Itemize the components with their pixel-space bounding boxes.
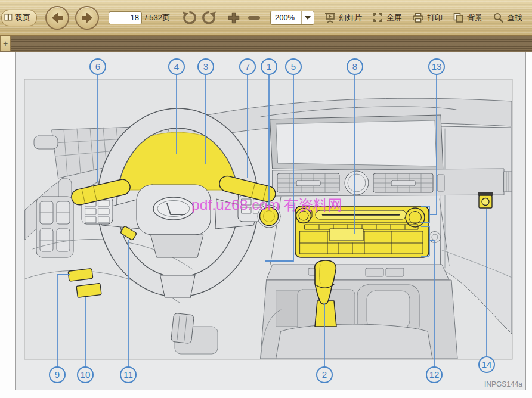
vehicle-dashboard-diagram: pdf.uz68.com 有资料网 INPGS144a 643715813910… — [16, 52, 525, 390]
background-layers-icon — [453, 12, 464, 23]
armrest — [276, 324, 432, 359]
callout-number-12: 12 — [429, 369, 440, 380]
audio-right-knob — [406, 208, 425, 227]
new-tab-button[interactable]: + — [0, 36, 11, 51]
fullscreen-label: 全屏 — [386, 13, 402, 23]
callout-number-7: 7 — [245, 61, 250, 71]
double-page-icon — [4, 13, 13, 22]
slideshow-label: 幻灯片 — [339, 13, 362, 23]
print-icon — [412, 12, 424, 23]
analog-clock — [345, 171, 369, 195]
callout-number-13: 13 — [432, 61, 442, 71]
callout-number-14: 14 — [482, 359, 492, 369]
callout-number-2: 2 — [322, 369, 327, 380]
callout-number-10: 10 — [81, 369, 91, 380]
callout-number-5: 5 — [291, 61, 296, 71]
plus-icon — [227, 11, 240, 24]
accelerator-pedal — [171, 313, 194, 343]
arrow-right-icon — [80, 11, 94, 24]
toolbar: 双页 / 532页 — [0, 0, 532, 36]
steering-column — [151, 235, 203, 257]
page-total-label: / 532页 — [145, 13, 170, 23]
zoom-level-value: 200% — [271, 13, 301, 22]
document-area: pdf.uz68.com 有资料网 INPGS144a 643715813910… — [0, 52, 532, 398]
background-button[interactable]: 背景 — [453, 12, 482, 23]
chevron-down-icon — [302, 16, 314, 20]
find-label: 查找 — [507, 13, 522, 23]
fullscreen-button[interactable]: 全屏 — [372, 12, 402, 23]
callout-number-11: 11 — [123, 369, 133, 380]
audio-unit — [295, 206, 429, 257]
find-button[interactable]: 查找 — [493, 12, 522, 23]
print-button[interactable]: 打印 — [412, 12, 443, 23]
double-page-label: 双页 — [15, 13, 30, 23]
rotate-clockwise-button[interactable] — [202, 10, 218, 26]
callout-number-9: 9 — [55, 369, 60, 380]
slideshow-button[interactable]: 幻灯片 — [324, 12, 362, 23]
background-label: 背景 — [467, 13, 482, 23]
window-switch-panel — [36, 197, 73, 257]
previous-page-button[interactable] — [45, 6, 69, 30]
zoom-in-button[interactable] — [227, 11, 240, 24]
center-console — [261, 265, 457, 359]
zoom-level-select[interactable]: 200% — [270, 11, 314, 25]
next-page-button[interactable] — [75, 6, 99, 30]
double-page-button[interactable]: 双页 — [1, 10, 37, 26]
zoom-out-button[interactable] — [248, 15, 261, 21]
passenger-switch — [478, 192, 493, 208]
print-label: 打印 — [427, 13, 443, 23]
fullscreen-icon — [372, 12, 383, 23]
figure-code: INPGS144a — [484, 380, 522, 388]
rotate-ccw-icon — [181, 10, 197, 26]
door-handle — [34, 136, 58, 149]
callout-number-1: 1 — [267, 61, 271, 71]
search-icon — [493, 12, 504, 23]
slideshow-icon — [324, 12, 336, 23]
callout-number-8: 8 — [352, 61, 357, 71]
fuel-door-release-switch — [76, 284, 101, 298]
watermark-text: pdf.uz68.com 有资料网 — [191, 197, 342, 213]
callout-number-4: 4 — [174, 61, 179, 71]
rotate-counterclockwise-button[interactable] — [181, 10, 197, 26]
callout-number-6: 6 — [95, 61, 100, 71]
callout-number-3: 3 — [203, 61, 208, 71]
rotate-cw-icon — [202, 10, 218, 26]
document-page: pdf.uz68.com 有资料网 INPGS144a 643715813910… — [15, 52, 526, 390]
arrow-left-icon — [50, 11, 64, 24]
minus-icon — [248, 15, 261, 21]
page-number-input[interactable] — [109, 11, 142, 24]
tab-bar: + — [0, 36, 532, 52]
pdf-reader-window: 双页 / 532页 — [0, 0, 532, 398]
